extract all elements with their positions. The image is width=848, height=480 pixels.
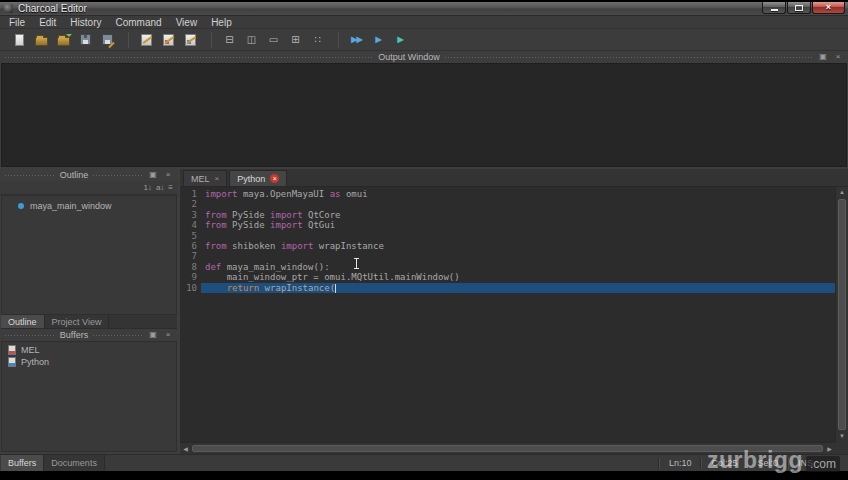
execute-all-icon[interactable]: ▶▶ [347,31,366,48]
code-line-6[interactable]: from shiboken import wrapInstance [201,241,835,251]
code-area[interactable]: import maya.OpenMayaUI as omuifrom PySid… [201,187,835,442]
scroll-up-icon[interactable]: ▲ [836,187,848,198]
code-line-4[interactable]: from PySide import QtGui [201,220,835,230]
function-bullet-icon [18,203,24,209]
outline-tabs: OutlineProject View [1,315,177,329]
minimize-button[interactable] [762,2,786,14]
buffers-list[interactable]: MELPython [1,341,177,452]
code-line-2[interactable] [201,199,835,209]
vertical-scrollbar[interactable]: ▲ ▼ [835,187,848,442]
close-tab-icon[interactable]: × [270,174,279,183]
code-segment: from [205,220,227,230]
import-file-icon[interactable] [54,31,73,48]
python-file-icon [8,357,16,367]
output-console[interactable] [1,63,847,167]
sort-alpha-icon[interactable]: a↓ [156,183,164,193]
save-file-icon[interactable] [76,31,95,48]
toggle-whitespace-icon[interactable]: ∷ [308,31,327,48]
sidebar-tab-documents[interactable]: Documents [44,455,105,471]
code-editor[interactable]: 12345678910 import maya.OpenMayaUI as om… [180,187,835,442]
split-horizontal-icon[interactable]: ⊟ [220,31,239,48]
editor-tab-python[interactable]: Python× [229,170,287,186]
code-line-1[interactable]: import maya.OpenMayaUI as omui [201,189,835,199]
float-panel-icon[interactable]: ▣ [148,330,158,340]
sort-numeric-icon[interactable]: 1↓ [143,183,151,193]
status-mode: INS [789,458,822,468]
buffers-tabs: BuffersDocuments [0,455,105,471]
split-quad-icon[interactable]: ⊞ [286,31,305,48]
new-mel-tab-icon[interactable] [159,31,178,48]
line-number-gutter: 12345678910 [180,187,201,442]
panel-drag-handle[interactable] [445,57,813,58]
menu-file[interactable]: File [2,16,32,29]
horizontal-scrollbar-thumb[interactable] [192,445,823,452]
sidebar-tab-buffers[interactable]: Buffers [1,455,44,471]
buffer-item-mel[interactable]: MEL [2,344,176,356]
sidebar-tab-outline[interactable]: Outline [1,315,45,328]
code-segment: def [205,262,221,272]
panel-drag-handle[interactable] [5,175,55,176]
close-button[interactable]: × [812,2,845,14]
close-tab-icon[interactable]: × [215,174,220,183]
outline-item[interactable]: maya_main_window [2,199,176,213]
editor-tab-mel[interactable]: MEL× [183,170,227,186]
editor-region: MEL×Python× 12345678910 import maya.Open… [180,169,848,454]
execute-selected-icon[interactable]: ▶ [369,31,388,48]
line-number: 5 [180,231,201,241]
open-file-icon[interactable] [32,31,51,48]
code-line-9[interactable]: main_window_ptr = omui.MQtUtil.mainWindo… [201,272,835,282]
code-line-7[interactable] [201,251,835,261]
new-file-icon[interactable] [10,31,29,48]
code-segment [205,283,227,293]
code-line-10[interactable]: return wrapInstance( [201,283,835,293]
execute-line-icon[interactable]: ▶ [391,31,410,48]
export-file-icon[interactable] [98,31,117,48]
panel-drag-handle[interactable] [93,335,143,336]
close-icon: × [826,3,831,12]
menu-view[interactable]: View [169,16,205,29]
maximize-button[interactable] [787,2,811,14]
code-segment: wrapInstance [313,241,383,251]
menu-history[interactable]: History [63,16,108,29]
toolbar-separator [338,32,339,48]
single-pane-icon[interactable]: ▭ [264,31,283,48]
float-panel-icon[interactable]: ▣ [148,170,158,180]
outline-tree[interactable]: maya_main_window [1,195,177,315]
code-segment: main_window_ptr = omui.MQtUtil.mainWindo… [205,272,460,282]
scroll-down-icon[interactable]: ▼ [836,431,848,442]
close-panel-icon[interactable]: × [833,52,843,62]
code-line-5[interactable] [201,231,835,241]
code-segment: import [205,189,238,199]
new-tab-icon[interactable] [137,31,156,48]
code-segment: import [270,210,303,220]
float-panel-icon[interactable]: ▣ [818,52,828,62]
close-panel-icon[interactable]: × [163,170,173,180]
code-line-3[interactable]: from PySide import QtCore [201,210,835,220]
status-line: Ln:10 [660,458,701,468]
horizontal-scrollbar[interactable]: ◀ ▶ [180,442,835,454]
menu-command[interactable]: Command [108,16,168,29]
charcoal-editor-window: Charcoal Editor × FileEditHistoryCommand… [0,2,848,471]
menu-edit[interactable]: Edit [32,16,63,29]
code-segment: shiboken [227,241,281,251]
code-segment: PySide [227,220,270,230]
sidebar-tab-project-view[interactable]: Project View [45,315,110,328]
vertical-scrollbar-thumb[interactable] [838,199,846,430]
new-python-tab-icon[interactable] [181,31,200,48]
editor-tabbar: MEL×Python× [180,169,848,187]
titlebar[interactable]: Charcoal Editor × [0,2,848,16]
window-controls: × [761,2,845,14]
split-vertical-icon[interactable]: ◫ [242,31,261,48]
flat-view-icon[interactable]: ≡ [168,183,173,193]
close-panel-icon[interactable]: × [163,330,173,340]
toolbar: ⊟◫▭⊞∷▶▶▶▶ [0,29,848,51]
code-line-8[interactable]: def maya_main_window(): [201,262,835,272]
panel-drag-handle[interactable] [5,57,373,58]
toolbar-separator [128,32,129,48]
menu-help[interactable]: Help [204,16,239,29]
panel-drag-handle[interactable] [93,175,143,176]
status-fields: Ln:10 Col:25 Sel:0 INS [658,455,822,471]
buffer-item-python[interactable]: Python [2,356,176,368]
panel-drag-handle[interactable] [5,335,55,336]
left-sidebar: Outline ▣ × 1↓a↓≡ maya_main_window Outli… [0,169,178,454]
